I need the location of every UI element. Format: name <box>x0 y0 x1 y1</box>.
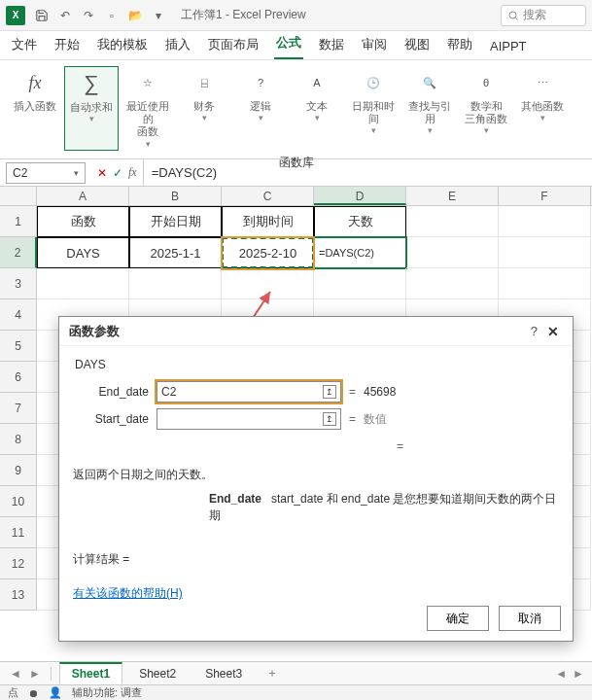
accessibility-icon[interactable]: 👤 <box>49 686 62 699</box>
save-icon[interactable] <box>33 7 51 24</box>
add-sheet-icon[interactable]: ＋ <box>266 665 278 682</box>
recent-functions-button[interactable]: ☆最近使用的 函数▾ <box>121 66 175 151</box>
more-functions-button[interactable]: ⋯其他函数▾ <box>515 66 570 151</box>
end-date-input[interactable]: C2 ↥ <box>157 381 341 402</box>
cell-b2[interactable]: 2025-1-1 <box>129 237 222 268</box>
cell-a2[interactable]: DAYS <box>37 237 129 268</box>
datetime-button[interactable]: 🕒日期和时间▾ <box>346 66 400 151</box>
chevron-down-icon[interactable]: ▾ <box>74 168 79 178</box>
name-box-value: C2 <box>13 166 27 180</box>
tab-pagelayout[interactable]: 页面布局 <box>206 30 261 59</box>
cancel-formula-icon[interactable]: ✕ <box>97 165 107 180</box>
col-header-f[interactable]: F <box>499 187 591 205</box>
tab-file[interactable]: 文件 <box>10 30 39 59</box>
sheet-nav-next-icon[interactable]: ► <box>27 667 43 681</box>
collapse-dialog-icon[interactable]: ↥ <box>323 412 336 426</box>
new-icon[interactable]: ▫ <box>103 7 121 24</box>
more-icon: ⋯ <box>528 68 557 97</box>
function-arguments-dialog: 函数参数 ? ✕ DAYS End_date C2 ↥ = 45698 Star… <box>58 316 574 642</box>
scroll-right-icon[interactable]: ► <box>573 667 584 681</box>
sheet-tab-1[interactable]: Sheet1 <box>59 662 122 684</box>
sigma-icon: ∑ <box>77 69 106 98</box>
tab-view[interactable]: 视图 <box>402 30 432 59</box>
cell-f1[interactable] <box>499 206 591 237</box>
accept-formula-icon[interactable]: ✓ <box>113 165 122 180</box>
row-header-1[interactable]: 1 <box>0 206 37 237</box>
search-input[interactable]: 搜索 <box>501 5 586 26</box>
cell-a1[interactable]: 函数 <box>37 206 129 237</box>
dialog-function-name: DAYS <box>75 358 559 371</box>
row-header-7[interactable]: 7 <box>0 393 37 424</box>
row-header-11[interactable]: 11 <box>0 517 37 548</box>
qat-chevron-icon[interactable]: ▾ <box>150 7 167 24</box>
cell[interactable] <box>37 268 129 299</box>
tab-formulas[interactable]: 公式 <box>274 28 303 59</box>
col-header-c[interactable]: C <box>222 187 314 205</box>
record-icon[interactable]: ⏺ <box>28 687 39 699</box>
formula-input[interactable]: =DAYS(C2) <box>143 159 592 186</box>
row-header-12[interactable]: 12 <box>0 548 37 579</box>
collapse-dialog-icon[interactable]: ↥ <box>323 385 336 399</box>
excel-app-icon: X <box>6 6 25 25</box>
row-header-3[interactable]: 3 <box>0 268 37 299</box>
tab-home[interactable]: 开始 <box>52 30 82 59</box>
financial-button[interactable]: ⌸财务▾ <box>177 66 231 151</box>
logical-icon: ? <box>246 68 275 97</box>
row-header-5[interactable]: 5 <box>0 331 37 362</box>
tab-insert[interactable]: 插入 <box>163 30 192 59</box>
sheet-tab-2[interactable]: Sheet2 <box>126 663 189 684</box>
fx-icon[interactable]: fx <box>128 165 137 180</box>
status-mode: 点 <box>8 685 18 700</box>
arg-description: start_date 和 end_date 是您想要知道期间天数的两个日期 <box>209 492 556 522</box>
row-header-4[interactable]: 4 <box>0 299 37 331</box>
lookup-button[interactable]: 🔍查找与引用▾ <box>402 66 457 151</box>
row-header-2[interactable]: 2 <box>0 237 37 268</box>
col-header-e[interactable]: E <box>406 187 499 205</box>
cell-c1[interactable]: 到期时间 <box>222 206 314 237</box>
tab-data[interactable]: 数据 <box>317 30 346 59</box>
ok-button[interactable]: 确定 <box>427 606 489 631</box>
scroll-left-icon[interactable]: ◄ <box>555 667 567 681</box>
tab-templates[interactable]: 我的模板 <box>95 30 150 59</box>
open-icon[interactable]: 📂 <box>126 7 144 24</box>
col-header-b[interactable]: B <box>129 187 222 205</box>
undo-icon[interactable]: ↶ <box>56 7 74 24</box>
chevron-down-icon: ▾ <box>89 114 94 123</box>
row-header-8[interactable]: 8 <box>0 424 37 455</box>
cell-f2[interactable] <box>499 237 591 268</box>
cancel-button[interactable]: 取消 <box>499 606 561 631</box>
end-date-value: C2 <box>161 385 176 399</box>
col-header-a[interactable]: A <box>37 187 129 205</box>
row-header-13[interactable]: 13 <box>0 579 37 611</box>
insert-function-button[interactable]: fx插入函数 <box>8 66 62 151</box>
cell-c2[interactable]: 2025-2-10 <box>222 237 314 268</box>
col-header-d[interactable]: D <box>314 187 406 205</box>
ribbon-tabs: 文件 开始 我的模板 插入 页面布局 公式 数据 审阅 视图 帮助 AIPPT <box>0 31 592 60</box>
row-header-10[interactable]: 10 <box>0 486 37 517</box>
cell-b1[interactable]: 开始日期 <box>129 206 222 237</box>
redo-icon[interactable]: ↷ <box>80 7 97 24</box>
start-date-input[interactable]: ↥ <box>157 408 341 430</box>
sheet-nav-prev-icon[interactable]: ◄ <box>8 667 23 681</box>
dialog-help-icon[interactable]: ? <box>525 324 543 338</box>
name-box[interactable]: C2 ▾ <box>6 162 86 184</box>
financial-icon: ⌸ <box>190 68 219 97</box>
tab-help[interactable]: 帮助 <box>445 30 474 59</box>
cell-d2[interactable]: =DAYS(C2) <box>314 237 406 268</box>
cell-e2[interactable] <box>406 237 499 268</box>
close-icon[interactable]: ✕ <box>543 324 563 339</box>
logical-button[interactable]: ?逻辑▾ <box>233 66 288 151</box>
cell-e1[interactable] <box>406 206 499 237</box>
equals-sign: = <box>349 385 356 399</box>
row-header-9[interactable]: 9 <box>0 455 37 486</box>
function-help-link[interactable]: 有关该函数的帮助(H) <box>73 585 183 602</box>
select-all-corner[interactable] <box>0 187 37 205</box>
cell-d1[interactable]: 天数 <box>314 206 406 237</box>
math-button[interactable]: θ数学和 三角函数▾ <box>459 66 513 151</box>
tab-aippt[interactable]: AIPPT <box>488 33 529 59</box>
tab-review[interactable]: 审阅 <box>360 30 389 59</box>
row-header-6[interactable]: 6 <box>0 362 37 393</box>
sheet-tab-3[interactable]: Sheet3 <box>192 663 255 684</box>
text-button[interactable]: A文本▾ <box>290 66 344 151</box>
autosum-button[interactable]: ∑自动求和▾ <box>64 66 119 151</box>
